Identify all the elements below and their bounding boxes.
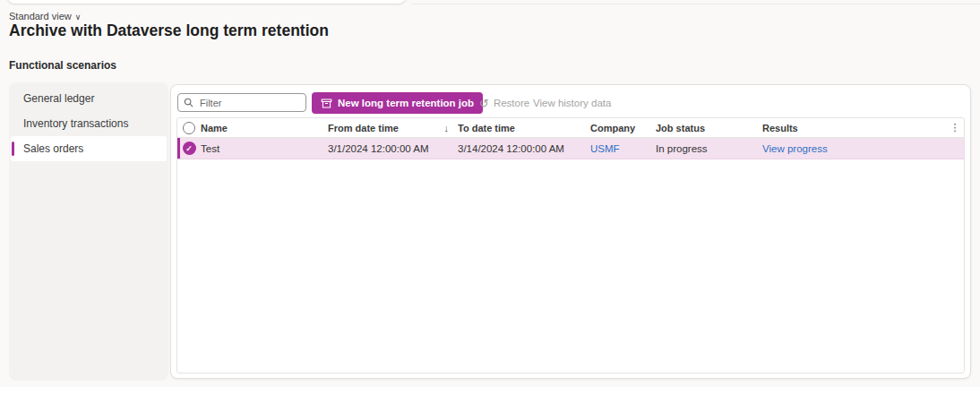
filter-input[interactable] xyxy=(198,97,300,109)
restore-label: Restore xyxy=(494,98,529,108)
sidebar-item-general-ledger[interactable]: General ledger xyxy=(11,86,167,111)
section-label: Functional scenarios xyxy=(9,59,116,72)
restore-icon: ↺ xyxy=(479,98,489,109)
row-checkbox-cell: ✓ xyxy=(177,142,201,155)
grid-options-icon[interactable]: ⋮ xyxy=(946,122,964,133)
company-link[interactable]: USMF xyxy=(590,143,656,154)
cell-from-date-time: 3/1/2024 12:00:00 AM xyxy=(328,143,458,154)
column-header-company[interactable]: Company xyxy=(590,123,656,133)
search-icon xyxy=(184,98,193,107)
sidebar-item-inventory-transactions[interactable]: Inventory transactions xyxy=(11,111,167,136)
content-panel: New long term retention job ↺ Restore Vi… xyxy=(170,84,971,379)
cell-from-value: 3/1/2024 12:00:00 AM xyxy=(328,143,429,154)
jobs-grid: Name From date time ↓ To date time Compa… xyxy=(176,117,965,374)
new-retention-job-label: New long term retention job xyxy=(338,98,474,108)
page-title: Archive with Dataverse long term retenti… xyxy=(9,21,329,40)
sidebar-item-sales-orders[interactable]: Sales orders xyxy=(11,136,167,161)
select-all-checkbox[interactable] xyxy=(183,122,195,134)
sidebar: General ledger Inventory transactions Sa… xyxy=(9,82,168,381)
table-row[interactable]: ✓ Test 3/1/2024 12:00:00 AM 3/14/2024 12… xyxy=(177,138,964,159)
column-header-from-date-time[interactable]: From date time ↓ xyxy=(328,123,458,133)
grid-header-row: Name From date time ↓ To date time Compa… xyxy=(177,118,964,138)
view-selector-label: Standard view xyxy=(9,11,72,21)
cell-name: Test xyxy=(201,143,328,154)
view-history-data-button[interactable]: View history data xyxy=(528,92,616,114)
restore-button[interactable]: ↺ Restore xyxy=(474,92,535,114)
chevron-down-icon: ∨ xyxy=(75,13,82,21)
view-selector[interactable]: Standard view∨ xyxy=(9,11,81,21)
row-checkbox-checked[interactable]: ✓ xyxy=(183,142,196,155)
column-header-job-status[interactable]: Job status xyxy=(656,123,762,133)
filter-input-wrapper[interactable] xyxy=(177,93,306,112)
column-header-name[interactable]: Name xyxy=(201,123,328,133)
cell-to-date-time: 3/14/2024 12:00:00 AM xyxy=(458,143,590,154)
top-truncated-bar xyxy=(5,0,408,4)
column-header-to-date-time[interactable]: To date time xyxy=(458,123,590,133)
view-history-data-label: View history data xyxy=(533,98,611,108)
archive-box-icon xyxy=(321,98,332,109)
view-progress-link[interactable]: View progress xyxy=(762,143,964,154)
sort-descending-icon: ↓ xyxy=(444,123,450,133)
bottom-strip xyxy=(0,387,980,395)
header-checkbox-cell xyxy=(177,122,201,134)
column-header-results[interactable]: Results xyxy=(762,123,946,133)
column-header-from-label: From date time xyxy=(328,123,399,133)
cell-job-status: In progress xyxy=(656,143,762,154)
new-retention-job-button[interactable]: New long term retention job xyxy=(312,92,483,114)
check-icon: ✓ xyxy=(185,144,193,153)
top-divider xyxy=(412,4,980,4)
